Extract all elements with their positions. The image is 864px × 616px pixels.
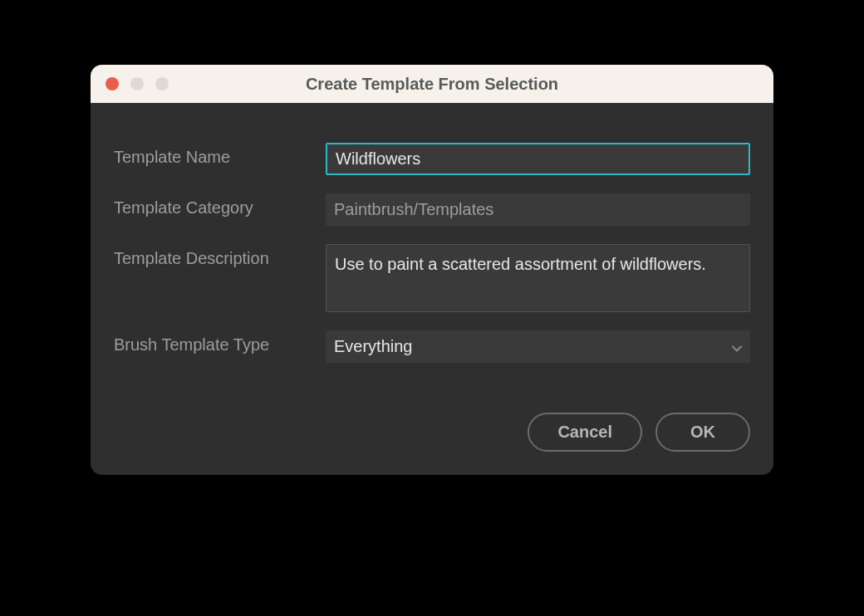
template-description-label: Template Description xyxy=(114,244,326,268)
template-category-label: Template Category xyxy=(114,193,326,218)
brush-template-type-label: Brush Template Type xyxy=(114,330,326,354)
maximize-window-button[interactable] xyxy=(155,77,169,90)
template-description-row: Template Description xyxy=(114,244,750,312)
dialog-body: Template Name Template Category Paintbru… xyxy=(91,103,773,475)
template-name-label: Template Name xyxy=(114,143,326,167)
cancel-button[interactable]: Cancel xyxy=(528,413,642,452)
minimize-window-button[interactable] xyxy=(130,77,144,90)
brush-template-type-select[interactable]: Everything xyxy=(326,330,750,363)
template-description-input[interactable] xyxy=(326,244,750,312)
brush-template-type-value: Everything xyxy=(334,337,413,356)
dialog-titlebar: Create Template From Selection xyxy=(91,65,773,103)
brush-template-type-row: Brush Template Type Everything xyxy=(114,330,750,363)
template-name-input[interactable] xyxy=(326,143,750,175)
chevron-down-icon xyxy=(732,337,742,356)
dialog-button-row: Cancel OK xyxy=(114,413,750,452)
create-template-dialog: Create Template From Selection Template … xyxy=(91,65,773,475)
window-controls xyxy=(106,77,169,90)
template-category-row: Template Category Paintbrush/Templates xyxy=(114,193,750,226)
template-category-value: Paintbrush/Templates xyxy=(326,193,750,226)
template-name-row: Template Name xyxy=(114,143,750,175)
ok-button[interactable]: OK xyxy=(655,413,750,452)
close-window-button[interactable] xyxy=(106,77,119,90)
dialog-title: Create Template From Selection xyxy=(91,75,773,94)
